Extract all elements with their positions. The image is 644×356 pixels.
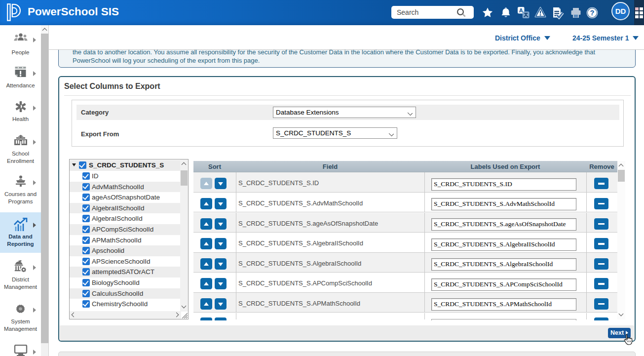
svg-text:?: ? — [590, 9, 595, 17]
svg-text:A: A — [519, 7, 523, 13]
